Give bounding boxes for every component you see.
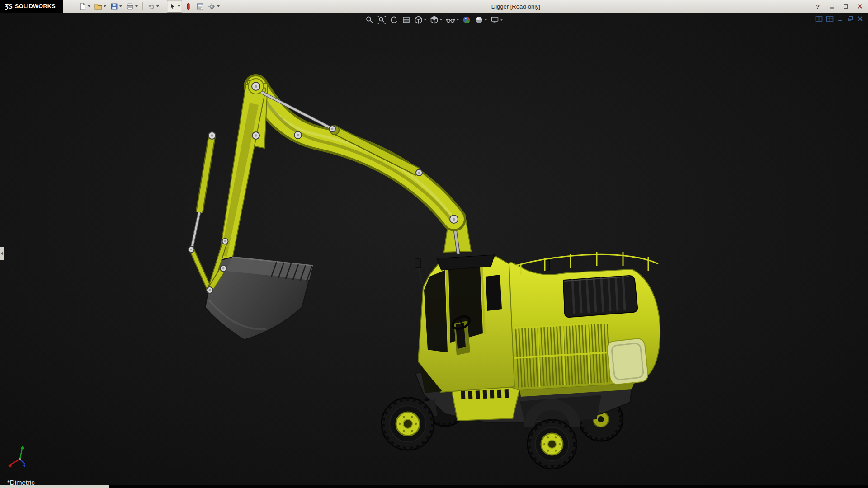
- close-icon: [857, 4, 863, 9]
- close-document-button[interactable]: [857, 15, 863, 22]
- close-button[interactable]: [854, 2, 865, 11]
- zoom-to-area-icon: [377, 15, 387, 24]
- window-controls: ?: [812, 0, 865, 13]
- minimize-button[interactable]: [826, 2, 837, 11]
- wheel-front-left[interactable]: [382, 398, 434, 450]
- new-document-button[interactable]: [77, 0, 92, 13]
- heads-up-view-toolbar: [364, 14, 504, 26]
- windshield: [424, 270, 448, 352]
- dropdown-caret-icon: [135, 5, 138, 7]
- wheel-rear-left[interactable]: [528, 420, 576, 469]
- view-orientation-cube-icon: [414, 15, 423, 24]
- display-style-button[interactable]: [429, 14, 443, 25]
- logo-brand-text: SOLIDWORKS: [15, 3, 56, 9]
- section-view-button[interactable]: [401, 14, 412, 25]
- dropdown-caret-icon: [104, 5, 106, 7]
- dropdown-caret-icon: [485, 19, 487, 21]
- close-document-icon: [857, 15, 863, 22]
- apply-scene-sphere-icon: [475, 15, 484, 24]
- dropdown-caret-icon: [156, 5, 159, 7]
- restore-document-button[interactable]: [847, 15, 854, 22]
- restore-document-icon: [847, 15, 854, 22]
- print-button[interactable]: [124, 0, 140, 13]
- rear-quarter-window: [606, 338, 649, 385]
- display-style-cube-icon: [430, 15, 439, 24]
- minimize-icon: [829, 4, 835, 9]
- mirror: [415, 259, 420, 268]
- edit-appearance-button[interactable]: [462, 14, 472, 25]
- toolbar-separator: [142, 2, 143, 10]
- window-title: Digger [Read-only]: [491, 0, 540, 13]
- dropdown-caret-icon: [217, 5, 220, 7]
- minimize-document-button[interactable]: [837, 15, 844, 22]
- model-canvas[interactable]: [0, 13, 868, 488]
- open-folder-icon: [94, 3, 102, 10]
- toolbar-separator: [164, 2, 164, 10]
- print-icon: [126, 3, 134, 10]
- status-bar-left-segment: [0, 485, 109, 488]
- upper-body[interactable]: [506, 252, 660, 397]
- instant3d-icon: [184, 3, 192, 10]
- apply-scene-button[interactable]: [474, 14, 488, 25]
- options-gear-icon: [208, 3, 216, 10]
- undo-button[interactable]: [146, 0, 161, 13]
- engine-hood[interactable]: [563, 276, 637, 317]
- split-view-icon: [815, 15, 823, 22]
- four-view-icon: [826, 15, 834, 22]
- maximize-icon: [843, 4, 849, 9]
- dropdown-caret-icon: [88, 5, 90, 7]
- open-button[interactable]: [93, 0, 108, 13]
- save-floppy-icon: [110, 3, 118, 10]
- dropdown-caret-icon: [457, 19, 459, 21]
- previous-view-icon: [390, 15, 399, 24]
- dropdown-caret-icon: [500, 19, 503, 21]
- logo-3ds-glyph: ƷS: [5, 3, 13, 10]
- new-document-icon: [79, 3, 86, 10]
- dropdown-caret-icon: [178, 5, 180, 7]
- graphics-viewport[interactable]: *Dimetric: [0, 13, 868, 488]
- select-arrow-icon: [169, 3, 176, 10]
- split-view-button[interactable]: [815, 15, 823, 22]
- help-button[interactable]: ?: [812, 2, 823, 11]
- view-settings-button[interactable]: [490, 14, 504, 25]
- status-bar: [0, 485, 868, 488]
- dropdown-caret-icon: [440, 19, 443, 21]
- hide-show-items-button[interactable]: [445, 14, 460, 25]
- section-view-icon: [402, 15, 411, 24]
- undo-icon: [147, 3, 155, 10]
- sheet-properties-button[interactable]: [194, 0, 206, 13]
- solidworks-logo: ƷS SOLIDWORKS: [0, 0, 63, 13]
- dropdown-caret-icon: [424, 19, 427, 21]
- rear-cab-window: [486, 275, 502, 311]
- zoom-to-fit-button[interactable]: [364, 14, 375, 25]
- collapse-arrow-icon: [1, 252, 3, 255]
- main-toolbar: [77, 0, 222, 13]
- four-view-button[interactable]: [826, 15, 834, 22]
- zoom-to-area-button[interactable]: [377, 14, 387, 25]
- options-button[interactable]: [206, 0, 222, 13]
- sheet-properties-icon: [196, 3, 204, 10]
- select-tool-button[interactable]: [167, 0, 182, 13]
- featuremanager-collapse-tab[interactable]: [0, 247, 4, 260]
- title-bar: ƷS SOLIDWORKS: [0, 0, 868, 13]
- edit-appearance-sphere-icon: [462, 15, 472, 24]
- document-window-controls: [815, 15, 863, 22]
- view-settings-icon: [491, 15, 500, 24]
- cab[interactable]: [415, 255, 514, 393]
- previous-view-button[interactable]: [389, 14, 400, 25]
- view-orientation-button[interactable]: [413, 14, 428, 25]
- save-button[interactable]: [108, 0, 124, 13]
- instant3d-button[interactable]: [183, 0, 194, 13]
- dropdown-caret-icon: [119, 5, 122, 7]
- zoom-to-fit-icon: [365, 15, 374, 24]
- maximize-button[interactable]: [840, 2, 851, 11]
- minimize-document-icon: [837, 15, 844, 22]
- hide-show-glasses-icon: [446, 15, 456, 24]
